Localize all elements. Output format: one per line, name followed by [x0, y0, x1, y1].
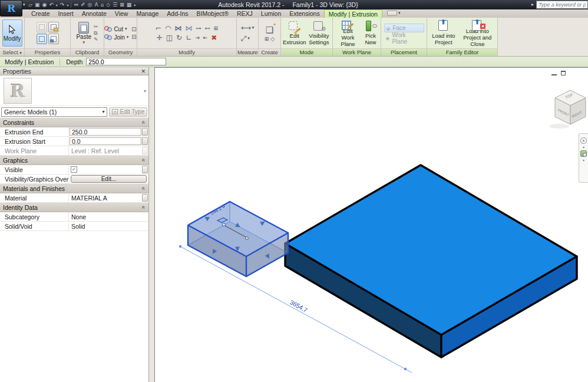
associate-parameter-button[interactable]	[142, 137, 148, 145]
family-category-icon[interactable]	[48, 22, 59, 32]
measure-icon[interactable]: ◎	[88, 2, 93, 8]
delete-icon[interactable]: ✖	[211, 34, 217, 42]
restore-window-icon[interactable]	[561, 71, 566, 75]
tab-manage[interactable]: Manage	[132, 9, 163, 18]
unpin-icon[interactable]: ⇤	[203, 34, 208, 42]
model-canvas[interactable]: 3654.7	[155, 68, 588, 382]
sync-icon[interactable]: ◉	[42, 2, 47, 8]
drawing-area[interactable]: 3654.7	[154, 67, 588, 382]
property-value-cell[interactable]: 250.0	[68, 127, 148, 136]
tab-extensions[interactable]: Extensions	[285, 9, 323, 18]
undo-icon[interactable]: ↶	[49, 2, 54, 8]
axis-endpoint[interactable]	[246, 237, 249, 240]
minimize-icon[interactable]	[551, 74, 557, 75]
type-preview-caret-icon[interactable]: ▾	[144, 88, 146, 94]
cut-to-clipboard-icon[interactable]: ✂	[94, 24, 98, 29]
switch-windows-icon[interactable]: ▦	[127, 2, 132, 8]
split-element-icon[interactable]: ⊶	[196, 24, 201, 32]
copy-to-clipboard-icon[interactable]: ⧉	[94, 30, 98, 36]
trim-extend-icon[interactable]: ∟	[186, 34, 191, 42]
collapse-chevron-icon[interactable]: «	[141, 206, 147, 209]
tab-modify-extrusion[interactable]: Modify | Extrusion	[324, 9, 382, 18]
tab-bimobject[interactable]: BIMobject®	[193, 9, 233, 18]
infocenter-collapse-icon[interactable]: ▸	[531, 2, 534, 7]
modify-button[interactable]: Modify	[2, 19, 22, 47]
depth-input[interactable]	[86, 58, 166, 65]
tab-insert[interactable]: Insert	[54, 9, 78, 18]
property-value-cell[interactable]: 0.0	[68, 137, 148, 146]
tab-rexj[interactable]: REXJ	[233, 9, 257, 18]
tag-icon[interactable]: ✐	[81, 2, 85, 8]
extrusion-selected-box[interactable]: 144.1	[188, 202, 288, 276]
close-icon[interactable]: ✕	[141, 68, 146, 74]
dimension-endpoint[interactable]	[179, 245, 182, 248]
section-icon[interactable]: ◇	[106, 2, 110, 8]
qat-customize-icon[interactable]: ▾	[134, 3, 136, 7]
text-icon[interactable]: A	[94, 2, 98, 8]
property-value-cell[interactable]: Solid	[68, 222, 148, 230]
visibility-settings-button[interactable]: ⚙ VisibilitySettings	[308, 19, 331, 47]
origin-grip[interactable]	[223, 223, 225, 226]
properties-toggle-icon[interactable]	[37, 34, 47, 44]
offset-icon[interactable]: ◠	[165, 24, 171, 32]
dimension-value-large[interactable]: 3654.7	[289, 298, 309, 314]
create-assembly-icon[interactable]: ◇	[270, 36, 275, 42]
save-icon[interactable]: ▣	[35, 2, 40, 8]
steering-wheel-icon[interactable]	[580, 137, 587, 144]
zoom-tool-icon[interactable]	[580, 150, 587, 157]
section-header-constraints[interactable]: Constraints «	[0, 118, 148, 127]
property-value-cell[interactable]: None	[68, 212, 148, 221]
paste-button[interactable]: Paste ▾	[76, 22, 91, 45]
search-input[interactable]	[536, 1, 588, 9]
wheel-caret-icon[interactable]: ▾	[583, 145, 584, 149]
section-header-graphics[interactable]: Graphics «	[0, 156, 148, 165]
create-group-icon[interactable]: ❏✦	[266, 25, 273, 35]
visible-checkbox[interactable]: ✓	[71, 166, 77, 173]
mirror-draw-axis-icon[interactable]: ⋈	[186, 24, 193, 32]
load-into-project-and-close-button[interactable]: ⬆✕ Load intoProject and Close	[460, 19, 495, 47]
move-icon[interactable]: ✛	[157, 34, 163, 42]
zoom-caret-icon[interactable]: ▾	[583, 158, 584, 162]
application-menu-button[interactable]: R	[0, 0, 22, 17]
dimension-endpoint[interactable]	[404, 368, 407, 371]
measure-between-refs-button[interactable]: ⟷▾	[241, 24, 255, 32]
edit-type-button[interactable]: Edit Type	[109, 107, 147, 117]
collapse-chevron-icon[interactable]: «	[141, 187, 147, 190]
viewcube[interactable]: TOP FRONT RIGHT	[549, 90, 586, 129]
tab-add-ins[interactable]: Add-Ins	[163, 9, 192, 18]
ribbon-display-caret-icon[interactable]: ▾	[398, 11, 401, 18]
property-value-cell[interactable]: MATERIAL A	[68, 193, 148, 202]
associate-parameter-button[interactable]	[142, 128, 148, 136]
associate-parameter-button[interactable]	[142, 166, 148, 173]
join-geometry-button[interactable]: Join▾	[104, 34, 128, 41]
edit-overrides-button[interactable]: Edit...	[71, 175, 147, 183]
thin-lines-icon[interactable]: ☰	[113, 2, 117, 8]
measure-along-element-button[interactable]: ⤢▾	[241, 34, 255, 42]
slab-top-face[interactable]	[285, 165, 577, 335]
match-properties-icon[interactable]: ✎	[94, 37, 98, 42]
default-3d-view-icon[interactable]: ⌂	[101, 2, 104, 8]
family-types-icon[interactable]	[48, 34, 59, 44]
edit-work-plane-button[interactable]: EditWork Plane	[335, 19, 361, 47]
aligned-dimension-icon[interactable]: ⇔	[74, 2, 78, 8]
copy-icon[interactable]: ◫	[166, 34, 173, 42]
load-into-project-button[interactable]: ⬆ Load intoProject	[429, 19, 458, 47]
open-icon[interactable]: ▱	[28, 2, 32, 8]
array-icon[interactable]: ⊞	[214, 24, 219, 32]
undo-caret-icon[interactable]: ▾	[56, 3, 58, 7]
tab-annotate[interactable]: Annotate	[78, 9, 111, 18]
redo-caret-icon[interactable]: ▾	[67, 3, 68, 7]
ribbon-display-toggle-icon[interactable]	[387, 11, 397, 16]
paint-icon[interactable]: ⊡	[131, 26, 136, 32]
paste-caret-icon[interactable]: ▾	[82, 40, 85, 45]
close-hidden-windows-icon[interactable]: ⊠	[120, 2, 124, 8]
tab-lumion[interactable]: Lumion	[257, 9, 285, 18]
rotate-icon[interactable]: ↻	[176, 34, 182, 42]
associate-parameter-button[interactable]	[142, 194, 148, 202]
edit-extrusion-button[interactable]: EditExtrusion	[283, 19, 306, 47]
collapse-chevron-icon[interactable]: «	[141, 121, 147, 124]
section-header-materials[interactable]: Materials and Finishes «	[0, 184, 148, 193]
create-similar-icon[interactable]: ⊞	[265, 36, 269, 42]
type-selector-dropdown[interactable]: Generic Models (1) ▾	[1, 107, 107, 117]
properties-palette-icon[interactable]	[37, 22, 47, 32]
